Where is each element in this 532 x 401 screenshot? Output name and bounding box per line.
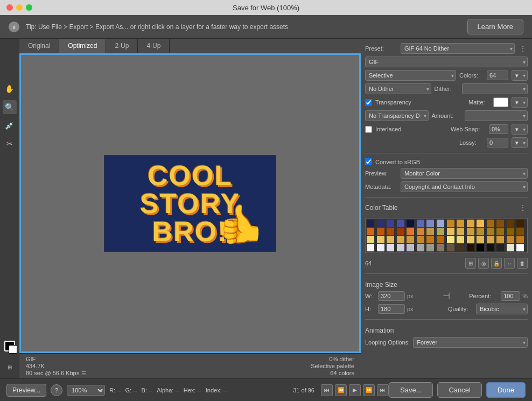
- color-cell[interactable]: [437, 228, 444, 235]
- frame-last-button[interactable]: ⏭: [377, 384, 389, 396]
- frame-play-button[interactable]: ▶: [349, 384, 361, 396]
- color-cell[interactable]: [417, 228, 424, 235]
- web-snap-input[interactable]: [489, 124, 508, 134]
- color-cell[interactable]: [397, 244, 404, 251]
- tab-original[interactable]: Original: [19, 39, 59, 53]
- color-cell[interactable]: [467, 236, 474, 243]
- color-cell[interactable]: [487, 236, 494, 243]
- color-cell[interactable]: [487, 220, 494, 227]
- select-similar-button[interactable]: ◎: [478, 258, 489, 269]
- preview-select[interactable]: Monitor Color: [401, 168, 528, 179]
- color-cell[interactable]: [467, 220, 474, 227]
- format-select[interactable]: GIF: [365, 57, 528, 67]
- color-cell[interactable]: [426, 236, 434, 243]
- tab-4up[interactable]: 4-Up: [138, 39, 170, 53]
- color-cell[interactable]: [426, 228, 434, 235]
- transparency-checkbox[interactable]: [365, 99, 372, 106]
- color-cell[interactable]: [496, 244, 504, 251]
- color-cell[interactable]: [397, 228, 404, 235]
- help-button[interactable]: ?: [51, 384, 62, 396]
- color-cell[interactable]: [426, 244, 434, 251]
- dither-amount-select[interactable]: [462, 83, 528, 94]
- color-cell[interactable]: [496, 228, 504, 235]
- color-cell[interactable]: [367, 244, 374, 251]
- color-cell[interactable]: [457, 228, 464, 235]
- colors-dropdown[interactable]: ▾: [512, 70, 528, 81]
- learn-more-button[interactable]: Learn More: [467, 19, 523, 34]
- maximize-button[interactable]: [26, 4, 32, 11]
- color-cell[interactable]: [496, 220, 504, 227]
- palette-select[interactable]: Selective: [365, 70, 456, 81]
- color-cell[interactable]: [516, 228, 524, 235]
- frame-next-button[interactable]: ⏩: [363, 384, 375, 396]
- color-cell[interactable]: [477, 236, 484, 243]
- save-button[interactable]: Save...: [389, 382, 433, 398]
- convert-srgb-checkbox[interactable]: [365, 158, 372, 165]
- color-cell[interactable]: [516, 220, 524, 227]
- status-menu-button[interactable]: ☰: [81, 370, 86, 376]
- color-cell[interactable]: [477, 244, 484, 251]
- matte-color-swatch[interactable]: [493, 97, 508, 107]
- color-cell[interactable]: [407, 220, 414, 227]
- color-cell[interactable]: [387, 236, 394, 243]
- color-table-settings-button[interactable]: ⋮: [518, 202, 528, 213]
- toggle-button[interactable]: ⊞: [3, 360, 17, 374]
- hand-tool[interactable]: ✋: [3, 82, 17, 96]
- zoom-tool[interactable]: 🔍: [3, 100, 17, 114]
- looping-select[interactable]: Forever: [413, 337, 528, 348]
- lossy-dropdown[interactable]: ▾: [512, 137, 528, 148]
- color-cell[interactable]: [437, 236, 444, 243]
- color-cell[interactable]: [437, 244, 444, 251]
- map-color-button[interactable]: ↔: [504, 258, 515, 269]
- color-cell[interactable]: [377, 236, 384, 243]
- color-cell[interactable]: [397, 236, 404, 243]
- minimize-button[interactable]: [16, 4, 23, 11]
- metadata-select[interactable]: Copyright and Contact Info: [401, 181, 528, 192]
- quality-select[interactable]: Bicubic: [476, 304, 528, 314]
- color-cell[interactable]: [507, 220, 514, 227]
- color-cell[interactable]: [457, 244, 464, 251]
- color-cell[interactable]: [457, 220, 464, 227]
- tab-optimized[interactable]: Optimized: [59, 39, 106, 53]
- amount-select[interactable]: [465, 110, 528, 121]
- matte-dropdown[interactable]: ▾: [512, 97, 528, 108]
- add-color-button[interactable]: ⊞: [465, 258, 476, 269]
- frame-first-button[interactable]: ⏮: [321, 384, 333, 396]
- color-cell[interactable]: [447, 228, 454, 235]
- preset-select[interactable]: GIF 64 No Dither: [401, 43, 515, 54]
- color-cell[interactable]: [387, 220, 394, 227]
- color-cell[interactable]: [367, 220, 374, 227]
- color-cell[interactable]: [397, 220, 404, 227]
- color-cell[interactable]: [407, 228, 414, 235]
- color-cell[interactable]: [496, 236, 504, 243]
- color-cell[interactable]: [457, 236, 464, 243]
- color-cell[interactable]: [417, 244, 424, 251]
- color-cell[interactable]: [487, 244, 494, 251]
- zoom-select[interactable]: 100%: [67, 385, 105, 396]
- dither-select[interactable]: No Dither: [365, 83, 431, 94]
- color-cell[interactable]: [507, 244, 514, 251]
- color-cell[interactable]: [407, 244, 414, 251]
- color-cell[interactable]: [467, 228, 474, 235]
- lock-color-button[interactable]: 🔒: [491, 258, 502, 269]
- color-cell[interactable]: [477, 228, 484, 235]
- tab-2up[interactable]: 2-Up: [106, 39, 138, 53]
- color-cell[interactable]: [387, 228, 394, 235]
- color-cell[interactable]: [367, 228, 374, 235]
- window-controls[interactable]: [6, 4, 32, 11]
- slice-tool[interactable]: ✂: [3, 137, 17, 151]
- color-cell[interactable]: [426, 220, 434, 227]
- color-cell[interactable]: [447, 244, 454, 251]
- web-snap-dropdown[interactable]: ▾: [512, 124, 528, 135]
- color-cell[interactable]: [377, 244, 384, 251]
- frame-prev-button[interactable]: ⏪: [335, 384, 347, 396]
- lossy-input[interactable]: [487, 138, 508, 147]
- color-cell[interactable]: [447, 236, 454, 243]
- color-cell[interactable]: [507, 228, 514, 235]
- color-cell[interactable]: [437, 220, 444, 227]
- color-cell[interactable]: [377, 228, 384, 235]
- color-cell[interactable]: [516, 236, 524, 243]
- color-cell[interactable]: [377, 220, 384, 227]
- percent-input[interactable]: [501, 291, 520, 301]
- color-cell[interactable]: [417, 236, 424, 243]
